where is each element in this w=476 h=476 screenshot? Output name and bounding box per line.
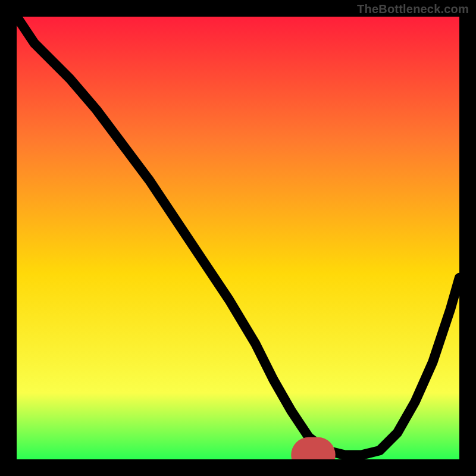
plot-area xyxy=(17,17,459,459)
plot-svg xyxy=(17,17,459,459)
gradient-background xyxy=(17,17,459,459)
chart-stage: TheBottleneck.com xyxy=(0,0,476,476)
watermark-text: TheBottleneck.com xyxy=(357,2,469,16)
